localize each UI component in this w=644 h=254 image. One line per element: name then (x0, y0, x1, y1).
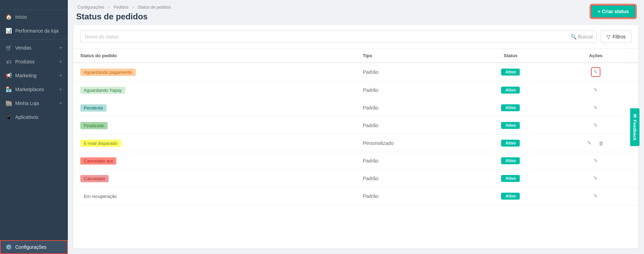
cell-tipo: Personalizado (356, 134, 469, 152)
sidebar-item-produtos[interactable]: 🏷 Produtos + (0, 55, 68, 69)
page-title: Status de pedidos (76, 12, 172, 21)
shop-icon: 🏬 (6, 100, 12, 106)
apps-icon: 📱 (6, 114, 12, 120)
create-status-button[interactable]: + Criar status (591, 5, 636, 18)
edit-button[interactable]: ✎ (591, 68, 600, 77)
breadcrumb: Configurações › Pedidos › Status de pedi… (76, 5, 172, 10)
status-pedido-badge: Pendente (80, 104, 107, 112)
table-row: CanceladoPadrãoAtivo✎ (73, 170, 638, 187)
status-pedido-badge: Aguardando pagamento (80, 69, 136, 76)
plus-icon: + (59, 86, 62, 93)
sidebar-item-label: Minha Loja (15, 100, 39, 106)
status-table: Status do pedido Tipo Status Ações Aguar… (73, 49, 638, 205)
sidebar-item-configuracoes[interactable]: ⚙️ Configurações (0, 240, 68, 254)
edit-button[interactable]: ✎ (592, 174, 600, 183)
table-row: Cancelado autPadrãoAtivo✎ (73, 152, 638, 170)
col-header-tipo: Tipo (356, 49, 469, 63)
cell-status-pedido: Aguardando Yapay (73, 81, 356, 99)
filter-button[interactable]: ▽ Filtros (601, 30, 632, 43)
cell-status: Ativo (468, 63, 553, 81)
table-row: Em recuperaçãoPadrãoAtivo✎ (73, 187, 638, 205)
sidebar-item-label: Aplicativos (15, 114, 38, 120)
cell-status-pedido: Cancelado (73, 170, 356, 187)
active-badge: Ativo (501, 104, 520, 111)
cell-acoes: ✎🗑 (553, 134, 638, 152)
cell-tipo: Padrão (356, 63, 469, 81)
cell-tipo: Padrão (356, 81, 469, 99)
edit-button[interactable]: ✎ (592, 192, 600, 200)
col-header-status: Status (468, 49, 553, 63)
edit-button[interactable]: ✎ (592, 104, 600, 112)
active-badge: Ativo (501, 175, 520, 182)
sidebar-item-performance[interactable]: 📊 Performance da loja (0, 24, 68, 38)
cell-tipo: Padrão (356, 99, 469, 117)
sidebar-item-aplicativos[interactable]: 📱 Aplicativos (0, 110, 68, 124)
edit-button[interactable]: ✎ (592, 157, 600, 165)
cell-status-pedido: Pendente (73, 99, 356, 117)
cell-status-pedido: Aguardando pagamento (73, 63, 356, 81)
cell-status: Ativo (468, 117, 553, 134)
cell-acoes: ✎ (553, 187, 638, 205)
sidebar-logo (0, 0, 68, 10)
plus-icon: + (59, 72, 62, 79)
sidebar-item-label: Performance da loja (15, 28, 58, 34)
cell-tipo: Padrão (356, 187, 469, 205)
table-row: Aguardando YapayPadrãoAtivo✎ (73, 81, 638, 99)
active-badge: Ativo (501, 157, 520, 164)
edit-button[interactable]: ✎ (592, 121, 600, 130)
megaphone-icon: 📢 (6, 72, 12, 79)
breadcrumb-configuracoes[interactable]: Configurações (78, 5, 104, 10)
sidebar: 🏠 Início 📊 Performance da loja 🛒 Vendas … (0, 0, 68, 254)
search-input[interactable] (80, 30, 597, 43)
sidebar-item-marketplaces[interactable]: 🏪 Marketplaces + (0, 82, 68, 96)
edit-button[interactable]: ✎ (592, 86, 600, 94)
feedback-label: Feedback (632, 120, 637, 140)
cell-status-pedido: Em recuperação (73, 187, 356, 205)
chart-icon: 📊 (6, 28, 12, 34)
sidebar-item-label: Início (15, 14, 27, 20)
cell-acoes: ✎ (553, 117, 638, 134)
feedback-tab[interactable]: ✉ Feedback (630, 108, 640, 146)
table-row: PendentePadrãoAtivo✎ (73, 99, 638, 117)
cell-status: Ativo (468, 170, 553, 187)
breadcrumb-sep1: › (108, 5, 111, 10)
status-pedido-badge: Aguardando Yapay (80, 87, 125, 94)
cell-tipo: Padrão (356, 117, 469, 134)
delete-button[interactable]: 🗑 (597, 139, 606, 147)
breadcrumb-pedidos[interactable]: Pedidos (114, 5, 128, 10)
sidebar-item-minha-loja[interactable]: 🏬 Minha Loja + (0, 96, 68, 110)
active-badge: Ativo (501, 193, 520, 200)
table-row: E-mail disparadoPersonalizadoAtivo✎🗑 (73, 134, 638, 152)
active-badge: Ativo (501, 87, 520, 94)
sidebar-item-label: Vendas (15, 45, 31, 51)
mail-icon: ✉ (632, 114, 637, 117)
sidebar-item-marketing[interactable]: 📢 Marketing + (0, 69, 68, 82)
breadcrumb-sep2: › (133, 5, 135, 10)
gear-icon: ⚙️ (6, 244, 12, 250)
cell-status: Ativo (468, 152, 553, 170)
status-pedido-badge: Cancelado aut (80, 157, 116, 165)
cell-acoes: ✎ (553, 152, 638, 170)
cell-tipo: Padrão (356, 152, 469, 170)
cell-status: Ativo (468, 187, 553, 205)
active-badge: Ativo (501, 122, 520, 129)
plus-icon: + (59, 45, 62, 51)
search-button[interactable]: 🔍 Buscar (571, 34, 593, 40)
cell-acoes: ✎ (553, 63, 638, 81)
sidebar-item-label: Marketing (15, 73, 36, 78)
store-icon: 🏪 (6, 86, 12, 93)
main-content: Configurações › Pedidos › Status de pedi… (68, 0, 644, 254)
sidebar-item-label: Configurações (15, 244, 46, 250)
sidebar-item-inicio[interactable]: 🏠 Início (0, 10, 68, 24)
content-card: 🔍 Buscar ▽ Filtros Status do pedido Tipo… (73, 25, 638, 248)
sidebar-item-label: Produtos (15, 59, 35, 64)
home-icon: 🏠 (6, 14, 12, 20)
search-label: Buscar (578, 34, 593, 40)
active-badge: Ativo (501, 69, 520, 76)
edit-button[interactable]: ✎ (586, 139, 593, 147)
status-pedido-badge: E-mail disparado (80, 140, 121, 147)
cell-status: Ativo (468, 99, 553, 117)
active-badge: Ativo (501, 140, 520, 147)
col-header-status-pedido: Status do pedido (73, 49, 356, 63)
sidebar-item-vendas[interactable]: 🛒 Vendas + (0, 41, 68, 55)
